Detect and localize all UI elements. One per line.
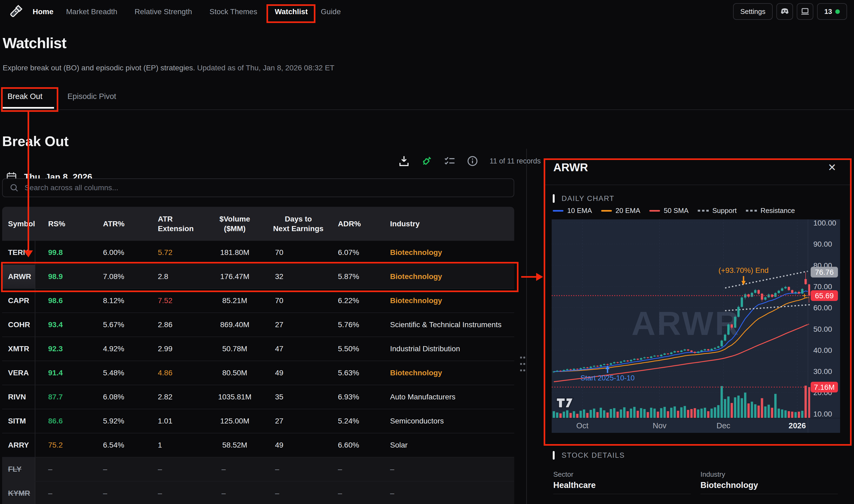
notification-button[interactable]: 13 bbox=[817, 3, 847, 20]
cell-atr-extension: 2.82 bbox=[145, 385, 209, 409]
close-icon[interactable]: ✕ bbox=[828, 162, 836, 173]
table-row-xmtr[interactable]: XMTR92.34.92%2.9950.78M475.50%Industrial… bbox=[2, 337, 514, 361]
table-row-arry[interactable]: ARRY75.26.54%158.52M496.60%Solar bbox=[2, 433, 514, 457]
subtitle-text: Explore break out (BO) and episodic pivo… bbox=[3, 64, 195, 72]
table-row-vera[interactable]: VERA91.45.48%4.8680.50M495.63%Biotechnol… bbox=[2, 361, 514, 385]
discord-icon bbox=[780, 8, 789, 15]
tab-episodic-pivot[interactable]: Episodic Pivot bbox=[68, 92, 116, 101]
chart-legend: 10 EMA20 EMA50 SMASupportResistance bbox=[553, 206, 795, 215]
cell-atr-extension: – bbox=[145, 457, 209, 481]
legend-item-support: Support bbox=[698, 206, 737, 215]
legend-item-20-ema: 20 EMA bbox=[601, 206, 640, 215]
table-row-tern[interactable]: TERN99.86.00%5.72181.80M706.07%Biotechno… bbox=[2, 241, 514, 265]
column-header-adr[interactable]: ADR% bbox=[336, 207, 376, 241]
nav-item-home[interactable]: Home bbox=[33, 7, 54, 16]
table-row-rivn[interactable]: RIVN87.76.08%2.821035.81M356.93%Auto Man… bbox=[2, 385, 514, 409]
cell-atr: 5.92% bbox=[90, 409, 145, 433]
cell-days: – bbox=[261, 457, 336, 481]
cell-industry: – bbox=[376, 482, 514, 504]
sector-value: Healthcare bbox=[553, 481, 596, 490]
info-icon[interactable] bbox=[467, 156, 478, 166]
cell-volume: 181.80M bbox=[209, 241, 261, 264]
cell-rs: 99.8 bbox=[35, 241, 90, 264]
daily-chart-heading: DAILY CHART bbox=[553, 194, 615, 203]
notification-count: 13 bbox=[824, 7, 832, 16]
cell-volume: – bbox=[209, 482, 261, 504]
page-subtitle: Explore break out (BO) and episodic pivo… bbox=[3, 64, 334, 72]
legend-label: Resistance bbox=[761, 206, 795, 215]
download-icon[interactable] bbox=[399, 155, 409, 167]
column-header-industry[interactable]: Industry bbox=[376, 207, 514, 241]
nav-item-relative-strength[interactable]: Relative Strength bbox=[134, 7, 192, 16]
column-header-atr[interactable]: ATR% bbox=[90, 207, 145, 241]
cell-atr-extension: 2.8 bbox=[145, 265, 209, 288]
cell-symbol: VERA bbox=[2, 361, 35, 385]
legend-swatch bbox=[601, 210, 612, 212]
laptop-icon bbox=[801, 8, 809, 15]
cell-atr-extension: – bbox=[145, 482, 209, 504]
cell-volume: 125.00M bbox=[209, 409, 261, 433]
nav-item-watchlist[interactable]: Watchlist bbox=[275, 7, 308, 16]
cell-atr: – bbox=[90, 457, 145, 481]
svg-text:76.76: 76.76 bbox=[815, 268, 834, 276]
svg-text:70.00: 70.00 bbox=[813, 283, 832, 291]
svg-text:100.00: 100.00 bbox=[813, 219, 836, 227]
svg-text:30.00: 30.00 bbox=[813, 367, 832, 376]
cell-symbol: KYMR bbox=[2, 482, 35, 504]
cell-days: 27 bbox=[261, 313, 336, 337]
cell-rs: 91.4 bbox=[35, 361, 90, 385]
column-header-symbol[interactable]: Symbol bbox=[2, 207, 35, 241]
settings-button[interactable]: Settings bbox=[733, 3, 773, 20]
search-input[interactable] bbox=[24, 183, 480, 192]
x-axis-label: Dec bbox=[716, 421, 730, 430]
cell-atr: 6.00% bbox=[90, 241, 145, 264]
cell-atr-extension: 1 bbox=[145, 433, 209, 457]
cell-rs: 75.2 bbox=[35, 433, 90, 457]
column-header-days-to-earnings[interactable]: Days toNext Earnings bbox=[261, 207, 336, 241]
cell-rs: 98.9 bbox=[35, 265, 90, 288]
cell-atr-extension: 1.01 bbox=[145, 409, 209, 433]
cell-days: 27 bbox=[261, 409, 336, 433]
cell-rs: 86.6 bbox=[35, 409, 90, 433]
cell-industry: – bbox=[376, 457, 514, 481]
brand-flashlight-logo-icon[interactable] bbox=[7, 4, 23, 20]
cell-atr: 6.08% bbox=[90, 385, 145, 409]
cell-volume: – bbox=[209, 457, 261, 481]
table-row-sitm[interactable]: SITM86.65.92%1.01125.00M275.24%Semicondu… bbox=[2, 409, 514, 433]
checklist-icon[interactable] bbox=[444, 156, 455, 166]
column-header-rs[interactable]: RS% bbox=[35, 207, 90, 241]
x-axis-label: Nov bbox=[653, 421, 667, 430]
industry-label: Industry bbox=[701, 470, 725, 479]
cell-days: 70 bbox=[261, 241, 336, 264]
svg-text:60.00: 60.00 bbox=[813, 304, 832, 312]
industry-value: Biotechnology bbox=[701, 481, 758, 490]
daily-candlestick-chart[interactable]: ARWR100.0090.0080.0070.0060.0050.0040.00… bbox=[552, 219, 840, 433]
table-row-cohr[interactable]: COHR93.45.67%2.86869.40M275.76%Scientifi… bbox=[2, 313, 514, 337]
table-row-fly[interactable]: FLY––––––– bbox=[2, 457, 514, 482]
legend-item-50-sma: 50 SMA bbox=[649, 206, 689, 215]
cell-rs: – bbox=[35, 457, 90, 481]
industry-divider bbox=[701, 494, 838, 494]
nav-item-stock-themes[interactable]: Stock Themes bbox=[210, 7, 257, 16]
device-button[interactable] bbox=[797, 3, 813, 20]
syringe-icon[interactable] bbox=[421, 155, 432, 167]
table-row-capr[interactable]: CAPR98.68.12%7.5285.21M706.22%Biotechnol… bbox=[2, 289, 514, 313]
column-header-volume[interactable]: $Volume($MM) bbox=[209, 207, 261, 241]
nav-item-guide[interactable]: Guide bbox=[321, 7, 341, 16]
nav-item-market-breadth[interactable]: Market Breadth bbox=[66, 7, 117, 16]
cell-adr: 5.63% bbox=[336, 361, 376, 385]
cell-adr: – bbox=[336, 457, 376, 481]
tab-break-out[interactable]: Break Out bbox=[7, 92, 42, 101]
cell-atr-extension: 2.86 bbox=[145, 313, 209, 337]
column-header-atr-extension[interactable]: ATR Extension bbox=[145, 207, 209, 241]
records-count: 11 of 11 records bbox=[490, 157, 541, 165]
table-row-arwr[interactable]: ARWR98.97.08%2.8176.47M325.87%Biotechnol… bbox=[2, 265, 514, 289]
legend-item-resistance: Resistance bbox=[746, 206, 795, 215]
discord-button[interactable] bbox=[777, 3, 793, 20]
cell-industry: Biotechnology bbox=[376, 361, 514, 385]
svg-text:40.00: 40.00 bbox=[813, 346, 832, 355]
cell-atr-extension: 7.52 bbox=[145, 289, 209, 312]
table-row-kymr[interactable]: KYMR––––––– bbox=[2, 482, 514, 504]
cell-adr: – bbox=[336, 482, 376, 504]
cell-atr: 4.92% bbox=[90, 337, 145, 361]
